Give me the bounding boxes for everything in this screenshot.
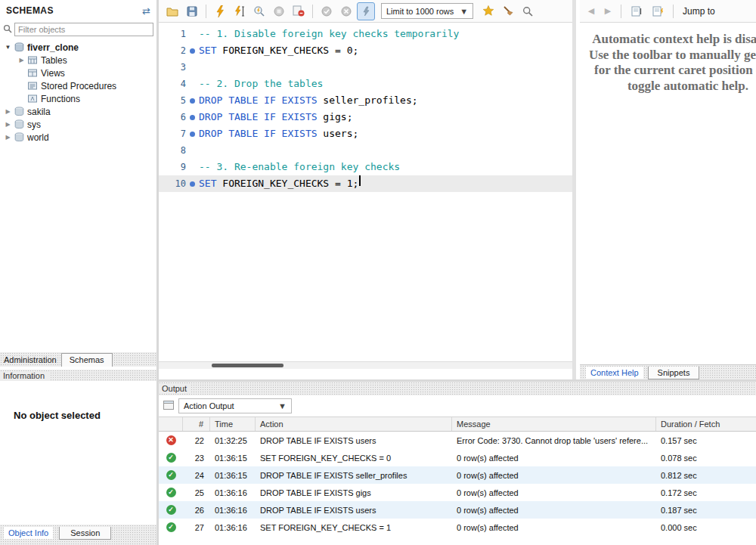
success-status-icon <box>166 470 176 480</box>
horizontal-scrollbar[interactable] <box>159 361 572 369</box>
sql-keyword: DROP TABLE IF EXISTS <box>199 125 318 142</box>
toggle-automatic-help-icon[interactable] <box>649 2 667 20</box>
code-line[interactable]: 9 -- 3. Re-enable foreign key checks <box>159 159 572 175</box>
row-duration: 0.187 sec <box>656 506 756 515</box>
rollback-icon[interactable] <box>337 2 355 20</box>
gutter <box>186 142 199 159</box>
object-info-panel: No object selected <box>0 381 156 525</box>
execute-icon[interactable] <box>211 2 229 20</box>
forward-icon[interactable]: ▶ <box>601 6 615 16</box>
execute-current-statement-icon[interactable] <box>231 2 249 20</box>
row-action: DROP TABLE IF EXISTS gigs <box>256 488 452 497</box>
code-line[interactable]: 7 DROP TABLE IF EXISTS users; <box>159 125 572 142</box>
tab-schemas[interactable]: Schemas <box>61 353 113 367</box>
information-strip: Information <box>0 370 156 381</box>
collapse-arrow-icon[interactable]: ▼ <box>3 44 13 51</box>
table-row[interactable]: 26 01:36:16 DROP TABLE IF EXISTS users 0… <box>159 501 756 519</box>
output-view-selector[interactable]: Action Output ▼ <box>178 398 292 413</box>
statement-marker <box>190 48 195 54</box>
tab-session[interactable]: Session <box>59 527 111 540</box>
find-icon[interactable] <box>519 2 537 20</box>
explain-query-icon[interactable] <box>250 2 268 20</box>
output-panel-icon <box>163 401 174 412</box>
jump-to-dropdown[interactable]: Jump to <box>683 6 715 17</box>
tree-item-views[interactable]: Views <box>0 67 156 79</box>
tab-snippets[interactable]: Snippets <box>648 367 700 379</box>
code-line[interactable]: 1 -- 1. Disable foreign key checks tempo… <box>159 26 572 42</box>
schema-icon <box>13 119 25 129</box>
toggle-stop-on-error-icon[interactable] <box>290 2 308 20</box>
code-line[interactable]: 4 -- 2. Drop the tables <box>159 76 572 92</box>
tree-item-label: sakila <box>27 107 51 117</box>
tree-item-label: Functions <box>41 94 80 104</box>
save-snippet-icon[interactable] <box>479 2 497 20</box>
stop-query-icon[interactable] <box>270 2 288 20</box>
refresh-schemas-icon[interactable]: ⇄ <box>142 5 150 17</box>
table-row[interactable]: 23 01:36:15 SET FOREIGN_KEY_CHECKS = 0 0… <box>159 449 756 466</box>
table-row[interactable]: 25 01:36:16 DROP TABLE IF EXISTS gigs 0 … <box>159 484 756 501</box>
sql-keyword: SET <box>199 42 216 59</box>
information-header: Information <box>0 371 49 380</box>
sql-editor[interactable]: 1 -- 1. Disable foreign key checks tempo… <box>159 23 572 369</box>
column-action: Action <box>256 417 452 431</box>
line-number: 2 <box>159 42 186 59</box>
sql-text: gigs; <box>318 109 353 125</box>
expand-arrow-icon[interactable]: ▶ <box>3 134 13 141</box>
limit-rows-label: Limit to 1000 rows <box>386 7 454 16</box>
row-num: 23 <box>183 454 210 463</box>
row-message: 0 row(s) affected <box>452 488 656 497</box>
tree-item-functions[interactable]: Functions <box>0 92 156 105</box>
code-line[interactable]: 6 DROP TABLE IF EXISTS gigs; <box>159 109 572 125</box>
tab-context-help[interactable]: Context Help <box>586 367 643 379</box>
tree-item-fiverr-clone[interactable]: ▼ fiverr_clone <box>0 41 156 54</box>
help-tab-bar: Context Help Snippets <box>580 364 756 379</box>
commit-icon[interactable] <box>318 2 336 20</box>
tree-item-tables[interactable]: ▶ Tables <box>0 54 156 67</box>
tab-object-info[interactable]: Object Info <box>4 527 53 539</box>
tree-item-world[interactable]: ▶ world <box>0 131 156 144</box>
code-line[interactable]: 2 SET FOREIGN_KEY_CHECKS = 0; <box>159 42 572 59</box>
toggle-autocommit-icon[interactable] <box>357 2 375 20</box>
scrollbar-thumb[interactable] <box>212 364 284 367</box>
line-number: 3 <box>159 59 186 76</box>
expand-arrow-icon[interactable]: ▶ <box>3 108 13 115</box>
mysql-workbench-window: SCHEMAS ⇄ ▼ fiverr_clone ▶ Tables <box>0 0 756 545</box>
table-row[interactable]: 27 01:36:16 SET FOREIGN_KEY_CHECKS = 1 0… <box>159 519 756 536</box>
row-num: 22 <box>183 436 210 445</box>
tree-item-label: Views <box>41 68 65 79</box>
tree-item-sys[interactable]: ▶ sys <box>0 118 156 131</box>
code-line[interactable]: 5 DROP TABLE IF EXISTS seller_profiles; <box>159 92 572 109</box>
manual-context-help-icon[interactable] <box>627 2 646 20</box>
table-row[interactable]: 24 01:36:15 DROP TABLE IF EXISTS seller_… <box>159 466 756 484</box>
gutter <box>186 76 199 92</box>
sql-text: FOREIGN_KEY_CHECKS = 1; <box>216 175 358 192</box>
table-row[interactable]: 22 01:32:25 DROP TABLE IF EXISTS users E… <box>159 432 756 449</box>
stored-procedures-icon <box>26 82 39 90</box>
tab-administration[interactable]: Administration <box>0 354 61 367</box>
tree-item-sakila[interactable]: ▶ sakila <box>0 105 156 118</box>
beautify-script-icon[interactable] <box>499 2 517 20</box>
toolbar-separator <box>673 5 674 18</box>
row-duration: 0.078 sec <box>656 454 756 463</box>
save-script-icon[interactable] <box>183 2 201 20</box>
expand-arrow-icon[interactable]: ▶ <box>3 121 13 128</box>
statement-marker <box>190 132 195 137</box>
code-line[interactable]: 3 <box>159 59 572 76</box>
filter-input[interactable] <box>14 23 153 36</box>
output-toolbar: Action Output ▼ <box>159 395 756 416</box>
tree-item-stored-procedures[interactable]: Stored Procedures <box>0 79 156 92</box>
code-line[interactable]: 8 <box>159 142 572 159</box>
gutter <box>186 125 199 142</box>
back-icon[interactable]: ◀ <box>584 6 598 16</box>
row-num: 26 <box>183 506 210 515</box>
limit-rows-dropdown[interactable]: Limit to 1000 rows ▼ <box>381 3 473 19</box>
open-script-icon[interactable] <box>163 2 181 20</box>
functions-icon <box>26 94 39 103</box>
code-line-current[interactable]: 10 SET FOREIGN_KEY_CHECKS = 1; <box>159 175 572 192</box>
toolbar-separator <box>206 5 206 18</box>
row-duration: 0.157 sec <box>656 436 756 445</box>
expand-arrow-icon[interactable]: ▶ <box>17 57 26 63</box>
toolbar-separator <box>312 5 313 18</box>
row-action: SET FOREIGN_KEY_CHECKS = 0 <box>256 454 452 463</box>
sidebar-bottom-tab-bar: Object Info Session <box>0 525 156 545</box>
